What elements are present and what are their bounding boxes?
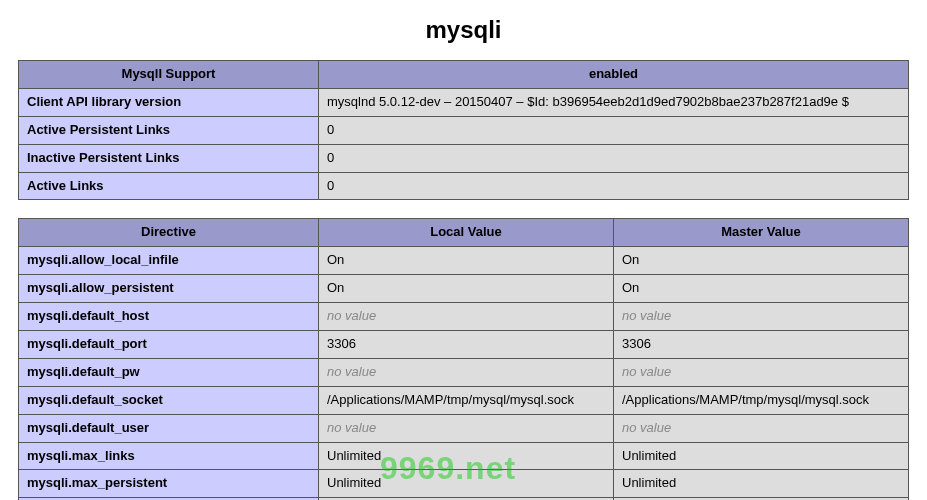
directive-key: mysqli.default_socket <box>19 386 319 414</box>
section-title: mysqli <box>18 16 909 44</box>
master-value: Unlimited <box>614 442 909 470</box>
table-row: mysqli.max_persistentUnlimitedUnlimited <box>19 470 909 498</box>
local-value: Unlimited <box>319 470 614 498</box>
table-row: mysqli.allow_local_infileOnOn <box>19 247 909 275</box>
table-row: mysqli.default_userno valueno value <box>19 414 909 442</box>
config-key: Inactive Persistent Links <box>19 144 319 172</box>
directive-header: Directive <box>19 219 319 247</box>
directive-key: mysqli.default_pw <box>19 358 319 386</box>
directive-key: mysqli.max_links <box>19 442 319 470</box>
support-table: MysqlI Support enabled Client API librar… <box>18 60 909 200</box>
master-value: no value <box>614 303 909 331</box>
table-row: mysqli.default_socket/Applications/MAMP/… <box>19 386 909 414</box>
master-value: On <box>614 247 909 275</box>
directive-key: mysqli.max_persistent <box>19 470 319 498</box>
local-value: On <box>319 275 614 303</box>
local-value-header: Local Value <box>319 219 614 247</box>
support-header-right: enabled <box>319 61 909 89</box>
table-row: Client API library versionmysqlnd 5.0.12… <box>19 88 909 116</box>
master-value: /Applications/MAMP/tmp/mysql/mysql.sock <box>614 386 909 414</box>
table-row: Active Links0 <box>19 172 909 200</box>
config-value: 0 <box>319 172 909 200</box>
table-row: Inactive Persistent Links0 <box>19 144 909 172</box>
local-value: no value <box>319 414 614 442</box>
directive-key: mysqli.default_port <box>19 331 319 359</box>
directive-key: mysqli.default_host <box>19 303 319 331</box>
table-row: Active Persistent Links0 <box>19 116 909 144</box>
config-value: 0 <box>319 144 909 172</box>
master-value: 3306 <box>614 331 909 359</box>
directive-key: mysqli.allow_local_infile <box>19 247 319 275</box>
local-value: 3306 <box>319 331 614 359</box>
table-row: mysqli.allow_persistentOnOn <box>19 275 909 303</box>
table-row: mysqli.default_pwno valueno value <box>19 358 909 386</box>
master-value: Unlimited <box>614 470 909 498</box>
master-value: no value <box>614 358 909 386</box>
master-value-header: Master Value <box>614 219 909 247</box>
support-header-left: MysqlI Support <box>19 61 319 89</box>
directive-key: mysqli.allow_persistent <box>19 275 319 303</box>
local-value: no value <box>319 303 614 331</box>
config-key: Active Links <box>19 172 319 200</box>
config-value: 0 <box>319 116 909 144</box>
local-value: Unlimited <box>319 442 614 470</box>
local-value: no value <box>319 358 614 386</box>
config-key: Active Persistent Links <box>19 116 319 144</box>
table-row: mysqli.default_hostno valueno value <box>19 303 909 331</box>
local-value: On <box>319 247 614 275</box>
table-row: mysqli.default_port33063306 <box>19 331 909 359</box>
directive-key: mysqli.default_user <box>19 414 319 442</box>
directives-table: Directive Local Value Master Value mysql… <box>18 218 909 500</box>
config-key: Client API library version <box>19 88 319 116</box>
config-value: mysqlnd 5.0.12-dev – 20150407 – $Id: b39… <box>319 88 909 116</box>
table-row: mysqli.max_linksUnlimitedUnlimited <box>19 442 909 470</box>
master-value: On <box>614 275 909 303</box>
master-value: no value <box>614 414 909 442</box>
local-value: /Applications/MAMP/tmp/mysql/mysql.sock <box>319 386 614 414</box>
